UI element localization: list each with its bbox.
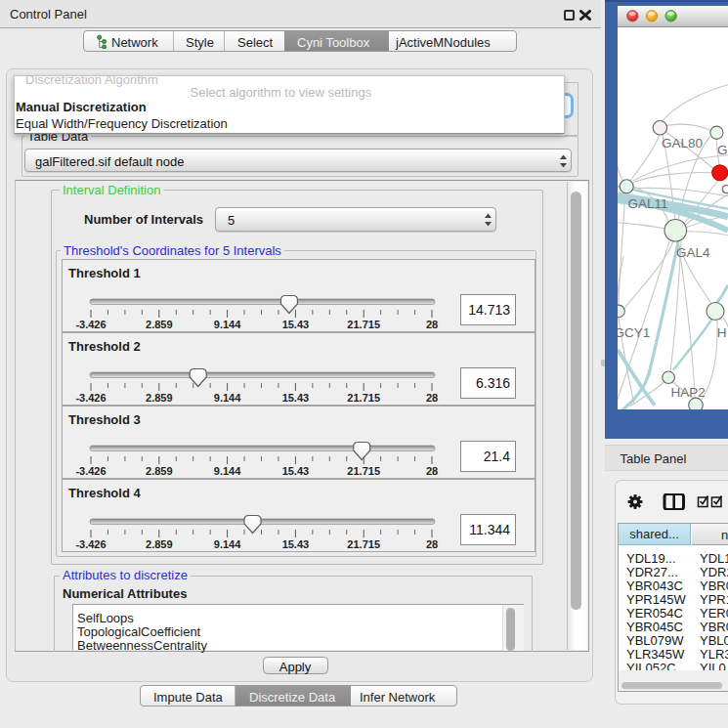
svg-text:15.43: 15.43 (282, 319, 310, 330)
svg-text:9.144: 9.144 (214, 319, 241, 330)
svg-text:28: 28 (426, 465, 438, 477)
svg-text:2.859: 2.859 (146, 319, 173, 330)
svg-text:C: C (721, 182, 728, 196)
svg-text:HAP2: HAP2 (671, 385, 706, 400)
svg-text:21.715: 21.715 (347, 538, 380, 550)
svg-text:-3.426: -3.426 (75, 538, 106, 550)
svg-text:21.715: 21.715 (347, 465, 380, 477)
svg-text:9.144: 9.144 (214, 465, 241, 477)
svg-text:15.43: 15.43 (282, 538, 310, 550)
svg-text:15.43: 15.43 (282, 465, 310, 477)
svg-text:GAL80: GAL80 (662, 136, 703, 150)
svg-text:-3.426: -3.426 (75, 392, 106, 404)
svg-text:GCY1: GCY1 (618, 325, 650, 340)
svg-text:2.859: 2.859 (146, 392, 173, 404)
svg-text:2.859: 2.859 (146, 465, 173, 477)
svg-text:28: 28 (426, 538, 438, 550)
svg-text:H: H (717, 324, 727, 339)
svg-text:28: 28 (426, 392, 438, 404)
svg-text:21.715: 21.715 (347, 319, 380, 330)
svg-text:-3.426: -3.426 (75, 465, 106, 477)
svg-text:9.144: 9.144 (214, 392, 241, 404)
svg-text:GAL11: GAL11 (627, 195, 667, 210)
svg-text:-3.426: -3.426 (75, 319, 106, 330)
svg-text:9.144: 9.144 (214, 538, 241, 550)
svg-text:21.715: 21.715 (347, 392, 380, 404)
svg-text:GAL4: GAL4 (676, 244, 710, 259)
svg-text:28: 28 (426, 319, 438, 330)
svg-text:G..: G.. (717, 143, 728, 157)
svg-text:15.43: 15.43 (282, 392, 310, 404)
svg-text:2.859: 2.859 (146, 538, 173, 550)
